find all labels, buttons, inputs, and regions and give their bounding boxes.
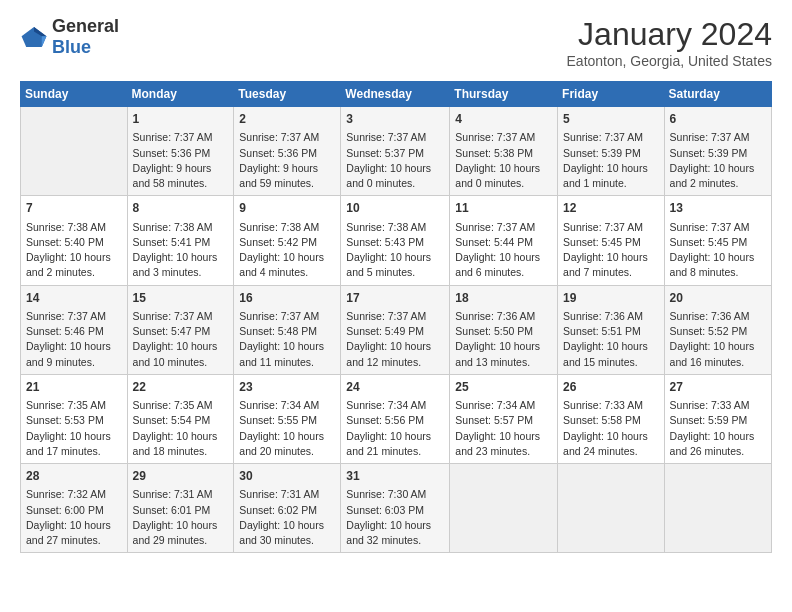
day-cell: 26Sunrise: 7:33 AMSunset: 5:58 PMDayligh… [558,374,665,463]
header-row: SundayMondayTuesdayWednesdayThursdayFrid… [21,82,772,107]
day-info: Sunrise: 7:36 AMSunset: 5:50 PMDaylight:… [455,309,552,370]
day-number: 20 [670,290,766,307]
day-info: Sunrise: 7:34 AMSunset: 5:55 PMDaylight:… [239,398,335,459]
day-cell [664,464,771,553]
day-number: 7 [26,200,122,217]
day-cell: 25Sunrise: 7:34 AMSunset: 5:57 PMDayligh… [450,374,558,463]
day-number: 6 [670,111,766,128]
day-cell: 28Sunrise: 7:32 AMSunset: 6:00 PMDayligh… [21,464,128,553]
logo-general: General [52,16,119,36]
day-cell: 22Sunrise: 7:35 AMSunset: 5:54 PMDayligh… [127,374,234,463]
day-info: Sunrise: 7:37 AMSunset: 5:38 PMDaylight:… [455,130,552,191]
day-number: 21 [26,379,122,396]
day-number: 23 [239,379,335,396]
day-number: 16 [239,290,335,307]
day-info: Sunrise: 7:38 AMSunset: 5:42 PMDaylight:… [239,220,335,281]
logo-blue: Blue [52,37,91,57]
day-number: 28 [26,468,122,485]
day-info: Sunrise: 7:37 AMSunset: 5:49 PMDaylight:… [346,309,444,370]
day-cell: 16Sunrise: 7:37 AMSunset: 5:48 PMDayligh… [234,285,341,374]
day-cell: 18Sunrise: 7:36 AMSunset: 5:50 PMDayligh… [450,285,558,374]
day-number: 13 [670,200,766,217]
day-number: 30 [239,468,335,485]
day-info: Sunrise: 7:37 AMSunset: 5:47 PMDaylight:… [133,309,229,370]
day-info: Sunrise: 7:33 AMSunset: 5:59 PMDaylight:… [670,398,766,459]
logo: General Blue [20,16,119,58]
day-info: Sunrise: 7:38 AMSunset: 5:43 PMDaylight:… [346,220,444,281]
column-header-friday: Friday [558,82,665,107]
day-cell: 12Sunrise: 7:37 AMSunset: 5:45 PMDayligh… [558,196,665,285]
day-cell: 15Sunrise: 7:37 AMSunset: 5:47 PMDayligh… [127,285,234,374]
day-number: 9 [239,200,335,217]
day-number: 4 [455,111,552,128]
day-cell: 10Sunrise: 7:38 AMSunset: 5:43 PMDayligh… [341,196,450,285]
page-header: General Blue January 2024 Eatonton, Geor… [20,16,772,69]
day-info: Sunrise: 7:37 AMSunset: 5:48 PMDaylight:… [239,309,335,370]
day-cell: 5Sunrise: 7:37 AMSunset: 5:39 PMDaylight… [558,107,665,196]
day-info: Sunrise: 7:34 AMSunset: 5:57 PMDaylight:… [455,398,552,459]
day-number: 14 [26,290,122,307]
day-cell: 9Sunrise: 7:38 AMSunset: 5:42 PMDaylight… [234,196,341,285]
day-number: 1 [133,111,229,128]
day-number: 12 [563,200,659,217]
day-info: Sunrise: 7:36 AMSunset: 5:51 PMDaylight:… [563,309,659,370]
day-info: Sunrise: 7:36 AMSunset: 5:52 PMDaylight:… [670,309,766,370]
day-number: 5 [563,111,659,128]
day-cell: 24Sunrise: 7:34 AMSunset: 5:56 PMDayligh… [341,374,450,463]
day-info: Sunrise: 7:35 AMSunset: 5:54 PMDaylight:… [133,398,229,459]
day-info: Sunrise: 7:37 AMSunset: 5:39 PMDaylight:… [563,130,659,191]
day-cell: 11Sunrise: 7:37 AMSunset: 5:44 PMDayligh… [450,196,558,285]
day-number: 15 [133,290,229,307]
day-number: 19 [563,290,659,307]
day-cell: 30Sunrise: 7:31 AMSunset: 6:02 PMDayligh… [234,464,341,553]
column-header-thursday: Thursday [450,82,558,107]
day-info: Sunrise: 7:31 AMSunset: 6:01 PMDaylight:… [133,487,229,548]
day-number: 25 [455,379,552,396]
day-cell: 21Sunrise: 7:35 AMSunset: 5:53 PMDayligh… [21,374,128,463]
day-number: 24 [346,379,444,396]
day-number: 22 [133,379,229,396]
day-info: Sunrise: 7:37 AMSunset: 5:46 PMDaylight:… [26,309,122,370]
logo-icon [20,25,48,49]
day-info: Sunrise: 7:32 AMSunset: 6:00 PMDaylight:… [26,487,122,548]
logo-text: General Blue [52,16,119,58]
day-number: 10 [346,200,444,217]
week-row-3: 14Sunrise: 7:37 AMSunset: 5:46 PMDayligh… [21,285,772,374]
day-info: Sunrise: 7:37 AMSunset: 5:44 PMDaylight:… [455,220,552,281]
day-cell [558,464,665,553]
day-info: Sunrise: 7:35 AMSunset: 5:53 PMDaylight:… [26,398,122,459]
day-cell: 17Sunrise: 7:37 AMSunset: 5:49 PMDayligh… [341,285,450,374]
day-cell: 19Sunrise: 7:36 AMSunset: 5:51 PMDayligh… [558,285,665,374]
day-cell [450,464,558,553]
day-cell: 7Sunrise: 7:38 AMSunset: 5:40 PMDaylight… [21,196,128,285]
day-info: Sunrise: 7:37 AMSunset: 5:36 PMDaylight:… [133,130,229,191]
day-cell: 4Sunrise: 7:37 AMSunset: 5:38 PMDaylight… [450,107,558,196]
column-header-saturday: Saturday [664,82,771,107]
day-cell: 2Sunrise: 7:37 AMSunset: 5:36 PMDaylight… [234,107,341,196]
svg-marker-2 [42,36,47,47]
day-cell: 6Sunrise: 7:37 AMSunset: 5:39 PMDaylight… [664,107,771,196]
day-number: 18 [455,290,552,307]
day-cell: 1Sunrise: 7:37 AMSunset: 5:36 PMDaylight… [127,107,234,196]
day-info: Sunrise: 7:31 AMSunset: 6:02 PMDaylight:… [239,487,335,548]
day-info: Sunrise: 7:34 AMSunset: 5:56 PMDaylight:… [346,398,444,459]
day-cell: 20Sunrise: 7:36 AMSunset: 5:52 PMDayligh… [664,285,771,374]
day-number: 17 [346,290,444,307]
day-cell: 8Sunrise: 7:38 AMSunset: 5:41 PMDaylight… [127,196,234,285]
day-cell [21,107,128,196]
day-info: Sunrise: 7:30 AMSunset: 6:03 PMDaylight:… [346,487,444,548]
day-cell: 3Sunrise: 7:37 AMSunset: 5:37 PMDaylight… [341,107,450,196]
day-number: 26 [563,379,659,396]
day-info: Sunrise: 7:37 AMSunset: 5:39 PMDaylight:… [670,130,766,191]
day-info: Sunrise: 7:33 AMSunset: 5:58 PMDaylight:… [563,398,659,459]
day-number: 31 [346,468,444,485]
week-row-1: 1Sunrise: 7:37 AMSunset: 5:36 PMDaylight… [21,107,772,196]
day-info: Sunrise: 7:37 AMSunset: 5:45 PMDaylight:… [563,220,659,281]
day-number: 27 [670,379,766,396]
column-header-sunday: Sunday [21,82,128,107]
day-number: 3 [346,111,444,128]
day-info: Sunrise: 7:37 AMSunset: 5:37 PMDaylight:… [346,130,444,191]
day-cell: 23Sunrise: 7:34 AMSunset: 5:55 PMDayligh… [234,374,341,463]
day-number: 8 [133,200,229,217]
day-cell: 31Sunrise: 7:30 AMSunset: 6:03 PMDayligh… [341,464,450,553]
